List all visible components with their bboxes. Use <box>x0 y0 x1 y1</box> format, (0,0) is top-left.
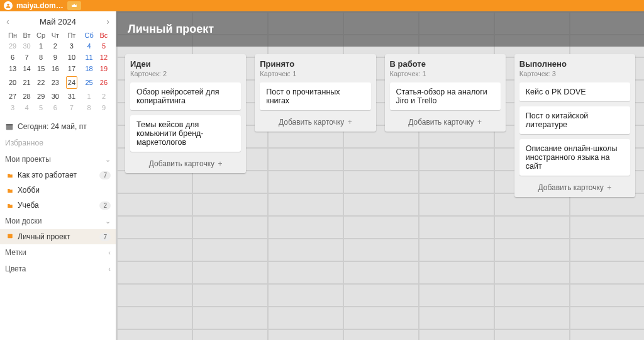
folder-icon <box>6 172 14 178</box>
calendar-day[interactable]: 3 <box>62 40 81 52</box>
calendar-dow: Чт <box>48 30 62 40</box>
calendar-day[interactable]: 12 <box>97 52 111 63</box>
calendar-day[interactable]: 31 <box>62 91 81 102</box>
sidebar-favorites-header: Избранное <box>0 135 116 151</box>
sidebar-my-projects-header[interactable]: Мои проекты ⌄ <box>0 151 116 167</box>
sidebar-project-item[interactable]: Как это работает7 <box>0 167 116 183</box>
sidebar-my-boards-header[interactable]: Мои доски ⌄ <box>0 213 116 229</box>
today-label: Сегодня: 24 май, пт <box>18 122 87 131</box>
premium-crown-icon[interactable] <box>67 1 81 10</box>
calendar-day[interactable]: 29 <box>33 91 48 102</box>
calendar-day[interactable]: 15 <box>33 63 48 74</box>
calendar-next-button[interactable]: › <box>105 16 111 26</box>
sidebar-item-label: Хобби <box>18 186 40 195</box>
chevron-down-icon: ⌄ <box>105 156 111 164</box>
calendar-day[interactable]: 11 <box>81 52 96 63</box>
svg-rect-2 <box>6 124 13 125</box>
board-card[interactable]: Статья-обзор на аналоги Jiro и Trello <box>390 82 501 110</box>
today-row[interactable]: Сегодня: 24 май, пт <box>0 118 116 135</box>
calendar-day[interactable]: 6 <box>48 102 62 113</box>
calendar-day[interactable]: 5 <box>33 102 48 113</box>
calendar-day[interactable]: 23 <box>48 74 62 91</box>
sidebar-item-badge: 2 <box>99 201 111 210</box>
topbar-username[interactable]: maiya.dom… <box>16 1 64 10</box>
calendar-widget: ‹ Май 2024 › ПнВтСрЧтПтСбВс 293012345678… <box>0 11 116 118</box>
sidebar: ‹ Май 2024 › ПнВтСрЧтПтСбВс 293012345678… <box>0 11 116 340</box>
calendar-day[interactable]: 18 <box>81 63 96 74</box>
calendar-day[interactable]: 7 <box>62 102 81 113</box>
calendar-dow: Пн <box>5 30 20 40</box>
calendar-day[interactable]: 8 <box>33 52 48 63</box>
calendar-day[interactable]: 22 <box>33 74 48 91</box>
sidebar-project-item[interactable]: Хобби <box>0 183 116 198</box>
calendar-day[interactable]: 1 <box>81 91 96 102</box>
calendar-day[interactable]: 9 <box>97 102 111 113</box>
plus-icon: + <box>477 118 482 127</box>
calendar-day[interactable]: 2 <box>48 40 62 52</box>
board-card[interactable]: Темы кейсов для комьюнити бренд-маркетол… <box>130 115 241 152</box>
calendar-day[interactable]: 20 <box>5 74 20 91</box>
board-card[interactable]: Описание онлайн-школы иностранного языка… <box>519 139 630 176</box>
sidebar-my-boards-label: Мои доски <box>5 217 42 225</box>
column-title: Принято <box>260 59 370 69</box>
calendar-day[interactable]: 10 <box>62 52 81 63</box>
add-card-button[interactable]: Добавить карточку + <box>390 115 501 127</box>
calendar-day[interactable]: 3 <box>5 102 20 113</box>
user-avatar-icon[interactable] <box>4 1 13 10</box>
calendar-day[interactable]: 2 <box>97 91 111 102</box>
board-card[interactable]: Пост о китайской литературе <box>519 106 630 134</box>
sidebar-project-item[interactable]: Учеба2 <box>0 198 116 213</box>
sidebar-colors-label: Цвета <box>5 264 26 273</box>
add-card-button[interactable]: Добавить карточку + <box>260 115 370 127</box>
add-card-button[interactable]: Добавить карточку + <box>130 157 241 168</box>
chevron-down-icon: ⌄ <box>105 217 111 225</box>
calendar-day[interactable]: 4 <box>81 40 96 52</box>
calendar-day[interactable]: 27 <box>5 91 20 102</box>
calendar-grid: ПнВтСрЧтПтСбВс 2930123456789101112131415… <box>5 30 111 113</box>
sidebar-labels-header[interactable]: Метки ‹ <box>0 244 116 261</box>
sidebar-item-label: Личный проект <box>18 232 70 241</box>
board-card[interactable]: Пост о прочитанных книгах <box>260 82 370 110</box>
calendar-day[interactable]: 19 <box>97 63 111 74</box>
folder-icon <box>6 202 14 208</box>
sidebar-item-badge: 7 <box>99 171 111 179</box>
sidebar-board-item[interactable]: Личный проект7 <box>0 229 116 244</box>
calendar-day[interactable]: 5 <box>97 40 111 52</box>
calendar-dow: Сб <box>81 30 96 40</box>
calendar-day[interactable]: 14 <box>20 63 33 74</box>
column-title: В работе <box>390 59 501 69</box>
calendar-day[interactable]: 29 <box>5 40 20 52</box>
column-title: Идеи <box>130 59 241 69</box>
calendar-day[interactable]: 1 <box>33 40 48 52</box>
calendar-day[interactable]: 21 <box>20 74 33 91</box>
calendar-day[interactable]: 6 <box>5 52 20 63</box>
board-card[interactable]: Обзор нейросетей для копирайтинга <box>130 82 241 110</box>
sidebar-colors-header[interactable]: Цвета ‹ <box>0 261 116 277</box>
calendar-day[interactable]: 8 <box>81 102 96 113</box>
board-column: ИдеиКарточек: 2Обзор нейросетей для копи… <box>125 54 246 173</box>
board-column: ВыполненоКарточек: 3Кейс о РК DOVEПост о… <box>514 54 635 197</box>
sidebar-item-badge: 7 <box>99 233 111 241</box>
column-card-count: Карточек: 1 <box>390 70 501 77</box>
calendar-prev-button[interactable]: ‹ <box>5 16 11 26</box>
calendar-day[interactable]: 9 <box>48 52 62 63</box>
calendar-day[interactable]: 16 <box>48 63 62 74</box>
board-icon <box>6 232 14 241</box>
chevron-left-icon: ‹ <box>108 265 111 273</box>
calendar-day[interactable]: 28 <box>20 91 33 102</box>
calendar-day[interactable]: 4 <box>20 102 33 113</box>
calendar-day[interactable]: 7 <box>20 52 33 63</box>
board-card[interactable]: Кейс о РК DOVE <box>519 82 630 101</box>
add-card-button[interactable]: Добавить карточку + <box>519 181 630 192</box>
calendar-day[interactable]: 24 <box>62 74 81 91</box>
plus-icon: + <box>607 183 611 192</box>
calendar-day[interactable]: 17 <box>62 63 81 74</box>
calendar-day[interactable]: 13 <box>5 63 20 74</box>
calendar-day[interactable]: 26 <box>97 74 111 91</box>
column-title: Выполнено <box>519 59 630 69</box>
topbar: maiya.dom… <box>0 0 644 11</box>
calendar-day[interactable]: 30 <box>48 91 62 102</box>
calendar-day[interactable]: 25 <box>81 74 96 91</box>
sidebar-my-projects-label: Мои проекты <box>5 155 51 164</box>
calendar-day[interactable]: 30 <box>20 40 33 52</box>
